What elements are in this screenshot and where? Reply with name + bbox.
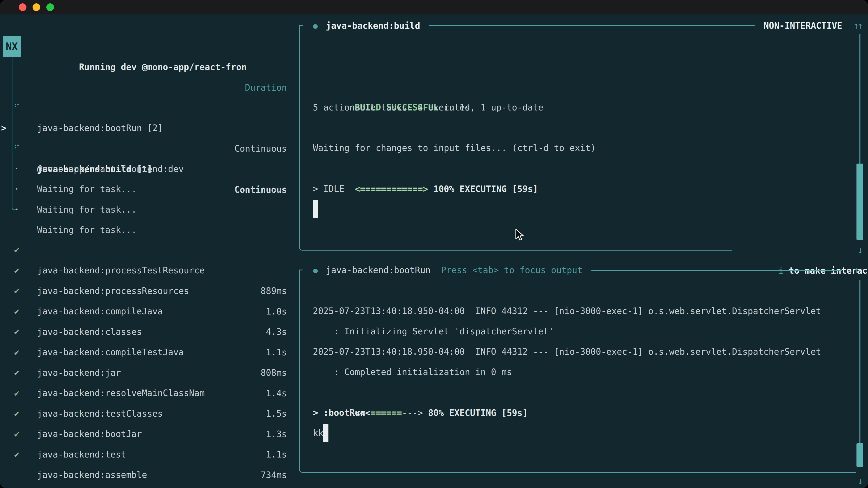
zoom-button[interactable]	[46, 3, 54, 11]
screen: NX Running dev @mono-app/react-fron Dura…	[0, 0, 868, 488]
completed-task-row[interactable]: ✔ java-backend:bootJar 1.1s	[0, 383, 287, 403]
bullet-icon: ·	[11, 199, 22, 220]
scroll-down-icon[interactable]: ↓	[855, 240, 866, 260]
task-dot-icon: ●	[313, 21, 318, 30]
progress-fill: ======	[370, 408, 402, 418]
build-panel-header: ● java-backend:build NON-INTERACTIVE ↑	[302, 15, 862, 36]
bootrun-prompt-line: > :bootRun	[313, 402, 365, 423]
waiting-task-row: · Waiting for task...	[0, 178, 287, 199]
bootrun-panel-title: java-backend:bootRun	[326, 265, 431, 275]
log-line: 2025-07-23T13:40:18.950-04:00 INFO 44312…	[313, 301, 821, 321]
build-summary-line: 5 actionable tasks: 4 executed, 1 up-to-…	[313, 97, 544, 118]
titlebar	[0, 0, 868, 14]
build-scrollbar-thumb[interactable]	[857, 164, 863, 240]
nx-logo: NX	[3, 36, 21, 57]
progress-open: <	[355, 184, 360, 194]
pagination: ← 1/2 →	[11, 484, 100, 488]
completed-task-row[interactable]: ✔ java-backend:assemble 774ms	[0, 423, 287, 444]
waiting-task-row: · Waiting for task...	[0, 158, 287, 179]
task-row-build-selected[interactable]: > ⠋ java-backend:build [1] Continuous	[0, 97, 287, 118]
task-name: java-backend:test	[37, 444, 126, 465]
close-button[interactable]	[19, 3, 26, 11]
completed-task-row[interactable]: ✔ java-backend:testClasses 1.3s	[0, 362, 287, 383]
header-rule	[591, 270, 842, 271]
run-command-title: Running dev @mono-app/react-fron	[79, 62, 247, 72]
log-line: : Initializing Servlet 'dispatcherServle…	[313, 321, 554, 341]
task-duration: 774ms	[260, 485, 287, 488]
completed-task-row[interactable]: ✔ java-backend:compileTestJava 808ms	[0, 301, 287, 321]
header-rule	[429, 25, 755, 26]
terminal-window: NX Running dev @mono-app/react-fron Dura…	[0, 0, 868, 488]
non-interactive-badge: NON-INTERACTIVE	[764, 21, 842, 31]
terminal-cursor	[323, 424, 329, 442]
progress-status: 80% EXECUTING [59s]	[423, 408, 528, 418]
completed-task-row[interactable]: ✔ java-backend:jar 1.4s	[0, 321, 287, 342]
progress-close: >	[418, 408, 423, 418]
sidebar-header: Running dev @mono-app/react-fron Duratio…	[37, 36, 287, 57]
progress-dashes: ---	[402, 408, 418, 418]
check-icon: ✔	[11, 444, 22, 464]
bootrun-progress-line: <<<======---> 80% EXECUTING [59s]	[313, 382, 528, 402]
scroll-up-icon[interactable]: ↑	[855, 15, 866, 36]
build-success-line: BUILD SUCCESSFUL in 1s	[313, 76, 470, 97]
minimize-button[interactable]	[33, 3, 40, 11]
bootrun-scrollbar-track[interactable]	[859, 280, 861, 461]
bootrun-scrollbar-thumb[interactable]	[857, 443, 863, 467]
completed-task-row[interactable]: ✔ java-backend:compileJava 4.3s	[0, 260, 287, 281]
log-line: : Completed initialization in 0 ms	[313, 362, 512, 382]
mouse-cursor	[515, 229, 526, 241]
build-panel-title: java-backend:build	[326, 21, 420, 31]
task-duration: 1.1s	[266, 444, 287, 465]
sidebar-footer: ← 1/2 → quit: q help: ?	[0, 463, 287, 484]
progress-status: 100% EXECUTING [59s]	[428, 184, 538, 194]
completed-task-row[interactable]: ✔ java-backend:resolveMainClassNam 1.5s	[0, 341, 287, 362]
completed-task-row[interactable]: ✔ java-backend:processTestResource 889ms	[0, 219, 287, 239]
focus-output-hint: Press <tab> to focus output	[441, 265, 583, 275]
completed-task-row[interactable]: ✔ java-backend:processResources 1.0s	[0, 239, 287, 260]
progress-fill: ============	[360, 184, 423, 194]
build-idle-line: > IDLE	[313, 178, 344, 199]
task-dot-icon: ●	[313, 266, 318, 275]
bootrun-input-line[interactable]: kk	[313, 423, 323, 443]
interactive-hint: i to make interactive	[734, 240, 868, 260]
scroll-down-icon[interactable]: ↓	[855, 470, 866, 488]
build-progress-line: <============> 100% EXECUTING [59s]	[313, 158, 538, 179]
waiting-task-row: · Waiting for task...	[0, 138, 287, 158]
completed-task-row[interactable]: ✔ java-backend:test 734ms	[0, 403, 287, 424]
build-waiting-line: Waiting for changes to input files... (c…	[313, 138, 596, 158]
bootrun-panel-header: ● java-backend:bootRun Press <tab> to fo…	[302, 260, 862, 281]
task-row-bootrun[interactable]: ⠋ java-backend:bootRun [2] Continuous	[0, 76, 287, 97]
log-line: 2025-07-23T13:40:18.950-04:00 INFO 44312…	[313, 341, 821, 362]
completed-task-row[interactable]: ✔ java-backend:classes 1.1s	[0, 281, 287, 301]
task-row-frontend-dev[interactable]: ⠋ @mono-app/react-frontend:dev Continuou…	[0, 118, 287, 138]
progress-close: >	[423, 184, 428, 194]
terminal-cursor	[313, 200, 318, 218]
waiting-label: Waiting for task...	[37, 199, 136, 220]
scroll-up-icon[interactable]: ↑	[851, 265, 862, 275]
